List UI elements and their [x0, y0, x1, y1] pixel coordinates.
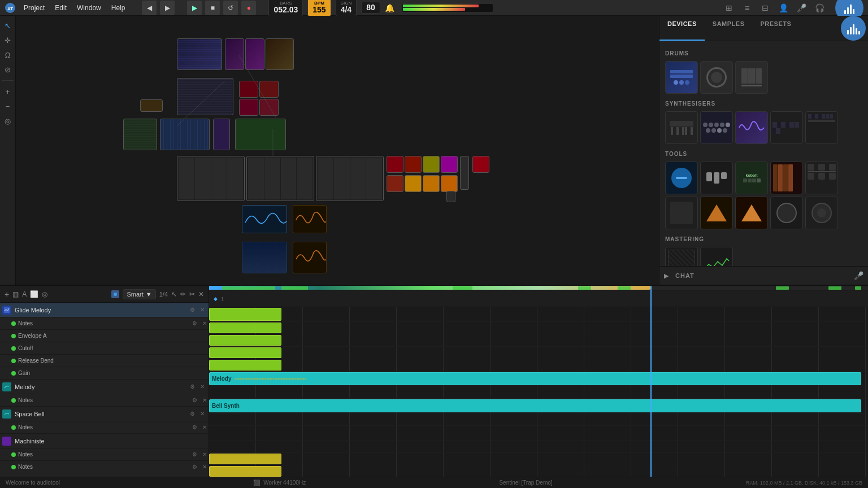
osc-2[interactable] — [293, 205, 327, 233]
ctrl-7[interactable] — [387, 175, 403, 192]
zoom-out-tool[interactable]: − — [2, 100, 14, 112]
ctrl-4[interactable] — [441, 156, 458, 173]
subtrack-melody-settings[interactable]: ⚙ — [190, 396, 198, 404]
ctrl-11[interactable] — [446, 191, 455, 202]
subtrack-mach-settings-2[interactable]: ⚙ — [190, 463, 198, 471]
subtrack-env-a[interactable]: Envelope A — [0, 330, 209, 342]
subtrack-mach-notes-2[interactable]: Notes ⚙ ✕ — [0, 461, 209, 473]
smart-selector[interactable]: Smart ▼ — [123, 289, 155, 299]
device-13[interactable] — [213, 119, 230, 150]
synth-device-3[interactable] — [735, 111, 768, 144]
record-btn[interactable]: ● — [241, 1, 256, 15]
grid-view-btn[interactable]: ⊞ — [722, 1, 736, 15]
timeline-mach-5start[interactable] — [209, 453, 868, 465]
device-11[interactable] — [123, 119, 157, 150]
ctrl-10[interactable] — [441, 175, 458, 192]
tool-device-6[interactable] — [665, 197, 698, 229]
track-spacebell-settings[interactable]: ⚙ — [188, 410, 196, 418]
select-tool[interactable]: ↖ — [2, 19, 14, 32]
menu-help[interactable]: Help — [107, 3, 130, 13]
ctrl-1[interactable] — [387, 156, 403, 173]
timeline-progress[interactable] — [209, 286, 868, 290]
subtrack-cutoff[interactable]: Cutoff — [0, 342, 209, 355]
list-view-btn[interactable]: ≡ — [740, 1, 754, 15]
tool-device-4[interactable] — [770, 162, 803, 194]
tool-device-7[interactable] — [700, 197, 733, 229]
track-view-btn[interactable]: ▥ — [12, 290, 19, 298]
timeline-spacebell[interactable]: Bell Synth — [209, 399, 868, 413]
device-1[interactable] — [177, 38, 222, 70]
device-4[interactable] — [266, 38, 294, 70]
track-machiniste[interactable]: Machiniste — [0, 434, 209, 448]
subtrack-rel-bend[interactable]: Release Bend — [0, 355, 209, 367]
timeline-melody-notes[interactable] — [209, 386, 868, 399]
crosshair-tool[interactable]: ✛ — [2, 34, 14, 46]
loop-btn[interactable]: ↺ — [223, 1, 238, 15]
timeline-glide-relbend[interactable] — [209, 347, 868, 359]
menu-window[interactable]: Window — [72, 3, 106, 13]
knife-tool[interactable]: ⊘ — [2, 63, 14, 76]
subtrack-spacebell-notes[interactable]: Notes ⚙ ✕ — [0, 421, 209, 434]
subtrack-melody-notes[interactable]: Notes ⚙ ✕ — [0, 394, 209, 407]
track-glide-settings[interactable]: ⚙ — [188, 306, 196, 314]
ctrl-6[interactable] — [472, 156, 489, 173]
timeline-glide-gain[interactable] — [209, 359, 868, 372]
mixer-2[interactable] — [246, 156, 314, 201]
timeline-melody[interactable]: Melody •••••••••••••••••••••••••••••••••… — [209, 372, 868, 386]
master-device-2[interactable] — [700, 247, 733, 266]
canvas-area[interactable] — [16, 16, 659, 285]
tool-device-5[interactable] — [805, 162, 838, 194]
ctrl-3[interactable] — [423, 156, 440, 173]
subtrack-mach-delete-1[interactable]: ✕ — [201, 451, 209, 459]
headphone-tool[interactable]: Ω — [2, 49, 14, 61]
track-melody[interactable]: Melody ⚙ ✕ — [0, 380, 209, 394]
drum-device-2[interactable] — [700, 61, 733, 94]
synth-device-1[interactable] — [665, 111, 698, 144]
osc-1[interactable] — [242, 205, 287, 233]
tool-kobolt[interactable]: kobolt — [735, 162, 768, 194]
clip-glide-notes[interactable] — [209, 308, 281, 321]
delete-tool-btn[interactable]: ✕ — [198, 290, 204, 298]
drum-device-1[interactable] — [665, 61, 698, 94]
nav-back-btn[interactable]: ◀ — [142, 1, 157, 15]
timeline-glide-notes[interactable] — [209, 307, 868, 322]
tab-samples[interactable]: SAMPLES — [705, 16, 753, 41]
track-a-btn[interactable]: A — [22, 290, 27, 298]
tab-devices[interactable]: DEVICES — [659, 16, 705, 41]
tool-device-9[interactable] — [770, 197, 803, 229]
zoom-in-tool[interactable]: + — [2, 85, 14, 98]
track-spacebell-delete[interactable]: ✕ — [198, 410, 206, 418]
clip-melody[interactable]: Melody •••••••••••••••••••••••••••••••••… — [209, 372, 861, 385]
tool-device-8[interactable] — [735, 197, 768, 229]
fit-tool[interactable]: ◎ — [2, 115, 14, 127]
menu-project[interactable]: Project — [19, 3, 49, 13]
bell-icon[interactable]: 🔔 — [385, 3, 394, 12]
mixer-1[interactable] — [177, 156, 245, 201]
ctrl-9[interactable] — [423, 175, 440, 192]
drum-device-3[interactable] — [735, 61, 768, 94]
subtrack-notes-1-delete[interactable]: ✕ — [201, 320, 209, 328]
chat-mic-icon[interactable]: 🎤 — [854, 271, 863, 280]
synth-1[interactable] — [242, 242, 287, 273]
bpm-display[interactable]: BPM 155 — [307, 0, 331, 16]
track-glide-delete[interactable]: ✕ — [198, 306, 206, 314]
ctrl-8[interactable] — [405, 175, 422, 192]
track-glide-melody[interactable]: Glide Melody ⚙ ✕ — [0, 303, 209, 317]
device-7[interactable] — [239, 81, 258, 98]
play-btn[interactable]: ▶ — [187, 1, 202, 15]
subtrack-spacebell-settings[interactable]: ⚙ — [190, 424, 198, 432]
subtrack-gain[interactable]: Gain — [0, 367, 209, 380]
synth-device-4[interactable] — [770, 111, 803, 144]
timeline-glide-cutoff[interactable] — [209, 334, 868, 347]
timeline-spacebell-notes[interactable] — [209, 413, 868, 426]
track-space-bell[interactable]: Space Bell ⚙ ✕ — [0, 407, 209, 421]
menu-edit[interactable]: Edit — [50, 3, 71, 13]
stop-btn[interactable]: ■ — [205, 1, 220, 15]
split-view-btn[interactable]: ⊟ — [758, 1, 772, 15]
device-8[interactable] — [259, 81, 279, 98]
device-2[interactable] — [225, 38, 244, 70]
tool-device-2[interactable] — [700, 162, 733, 194]
clip-mach-5start[interactable] — [209, 454, 281, 464]
master-device-1[interactable] — [665, 247, 698, 266]
timeline-mach-notes-1[interactable] — [209, 426, 868, 441]
